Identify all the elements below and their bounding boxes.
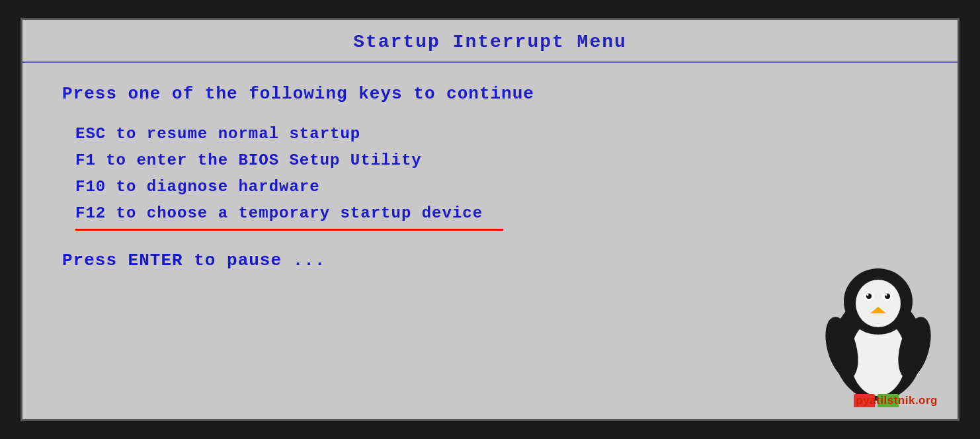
enter-pause-text: Press ENTER to pause ... bbox=[62, 251, 918, 270]
list-item: ESC to resume normal startup bbox=[75, 122, 918, 146]
menu-list: ESC to resume normal startup F1 to enter… bbox=[75, 122, 918, 225]
svg-point-3 bbox=[856, 280, 901, 327]
badge-label-text: pyatilstnik.org bbox=[856, 394, 938, 407]
svg-point-9 bbox=[885, 294, 887, 296]
penguin-badge: pyatilstnik.org bbox=[807, 265, 950, 414]
svg-point-6 bbox=[867, 294, 869, 296]
content-area: Press one of the following keys to conti… bbox=[22, 63, 958, 419]
penguin-svg bbox=[807, 265, 950, 407]
intro-text: Press one of the following keys to conti… bbox=[62, 84, 918, 104]
screen-title: Startup Interrupt Menu bbox=[353, 32, 627, 52]
list-item: F10 to diagnose hardware bbox=[75, 175, 918, 199]
f12-text: F12 to choose a temporary startup device bbox=[75, 202, 483, 225]
list-item: F1 to enter the BIOS Setup Utility bbox=[75, 149, 918, 173]
bios-screen: Startup Interrupt Menu Press one of the … bbox=[20, 18, 960, 421]
red-underline bbox=[75, 229, 503, 231]
list-item-f12: F12 to choose a temporary startup device bbox=[75, 202, 918, 225]
title-bar: Startup Interrupt Menu bbox=[22, 20, 958, 63]
